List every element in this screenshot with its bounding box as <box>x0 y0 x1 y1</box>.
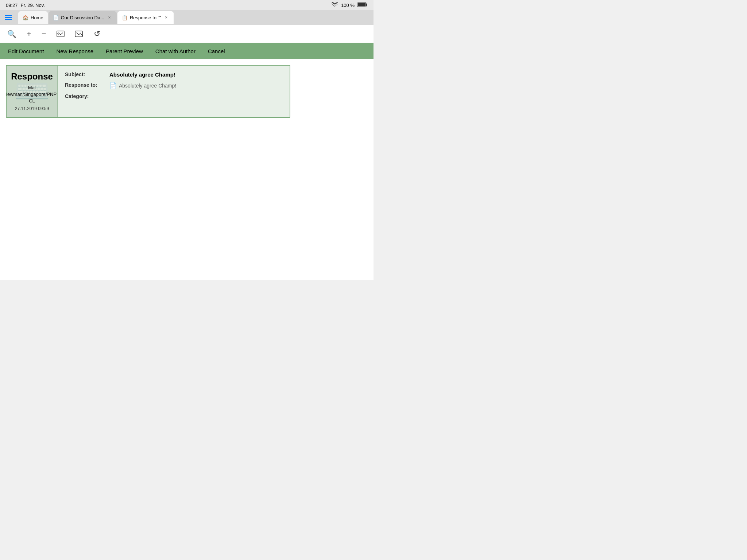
response-right-panel: Subject: Absolutely agree Champ! Respons… <box>58 66 290 117</box>
response-to-row: Response to: 📄 Absolutely agree Champ! <box>65 82 282 89</box>
response-left-panel: ⌨️ Response Mat Newman/Singapore/PNPH CL… <box>7 66 58 117</box>
svg-rect-1 <box>366 4 367 6</box>
refresh-button[interactable]: ↺ <box>92 28 102 40</box>
tab-response-close[interactable]: × <box>163 15 169 20</box>
tab-home[interactable]: 🏠 Home <box>18 11 48 24</box>
status-right: 100 % <box>332 2 368 8</box>
svg-rect-5 <box>75 31 82 37</box>
parent-preview-button[interactable]: Parent Preview <box>105 47 144 56</box>
response-to-value: 📄 Absolutely agree Champ! <box>109 82 176 89</box>
tab-response-label: Response to "" <box>130 15 161 20</box>
tab-discussion-close[interactable]: × <box>107 15 112 20</box>
response-tab-icon: 📋 <box>122 15 128 20</box>
response-card: ⌨️ Response Mat Newman/Singapore/PNPH CL… <box>6 65 290 118</box>
category-label: Category: <box>65 93 105 99</box>
doc-icon: 📄 <box>109 82 117 89</box>
response-heading: Response <box>11 71 53 82</box>
tab-discussion[interactable]: 📄 Our Discussion Da... × <box>49 11 117 24</box>
minus-button[interactable]: − <box>40 28 48 40</box>
subject-value: Absolutely agree Champ! <box>109 71 175 78</box>
date-display: Fr. 29. Nov. <box>21 3 45 8</box>
battery-icon <box>357 2 368 8</box>
status-bar: 09:27 Fr. 29. Nov. 100 % <box>0 0 374 10</box>
new-response-button[interactable]: New Response <box>55 47 94 56</box>
category-row: Category: <box>65 93 282 99</box>
home-icon: 🏠 <box>23 15 28 20</box>
edit-document-button[interactable]: Edit Document <box>7 47 44 56</box>
main-content: ⌨️ Response Mat Newman/Singapore/PNPH CL… <box>0 59 374 280</box>
chat-with-author-button[interactable]: Chat with Author <box>155 47 196 56</box>
svg-rect-3 <box>57 31 64 37</box>
subject-label: Subject: <box>65 71 105 77</box>
response-author: Mat Newman/Singapore/PNPH CL <box>7 85 58 105</box>
status-left: 09:27 Fr. 29. Nov. <box>6 3 45 8</box>
discussion-icon: 📄 <box>53 15 59 20</box>
cancel-button[interactable]: Cancel <box>207 47 226 56</box>
time-display: 09:27 <box>6 3 18 8</box>
svg-rect-2 <box>358 3 366 6</box>
add-button[interactable]: + <box>25 28 33 40</box>
tab-bar: 🏠 Home 📄 Our Discussion Da... × 📋 Respon… <box>0 10 374 25</box>
forward-button[interactable] <box>73 29 85 39</box>
toolbar: 🔍 + − ↺ <box>0 25 374 43</box>
tab-home-label: Home <box>31 15 43 20</box>
battery-text: 100 % <box>341 3 355 8</box>
wifi-icon <box>332 2 338 8</box>
tab-response[interactable]: 📋 Response to "" × <box>117 11 174 24</box>
reply-button[interactable] <box>55 29 66 39</box>
response-to-label: Response to: <box>65 82 105 88</box>
tab-discussion-label: Our Discussion Da... <box>61 15 104 20</box>
hamburger-menu[interactable] <box>1 13 15 22</box>
action-bar: Edit Document New Response Parent Previe… <box>0 43 374 59</box>
response-date: 27.11.2019 09:59 <box>15 106 49 111</box>
search-button[interactable]: 🔍 <box>6 28 18 40</box>
subject-row: Subject: Absolutely agree Champ! <box>65 71 282 78</box>
response-to-text: Absolutely agree Champ! <box>119 83 176 89</box>
